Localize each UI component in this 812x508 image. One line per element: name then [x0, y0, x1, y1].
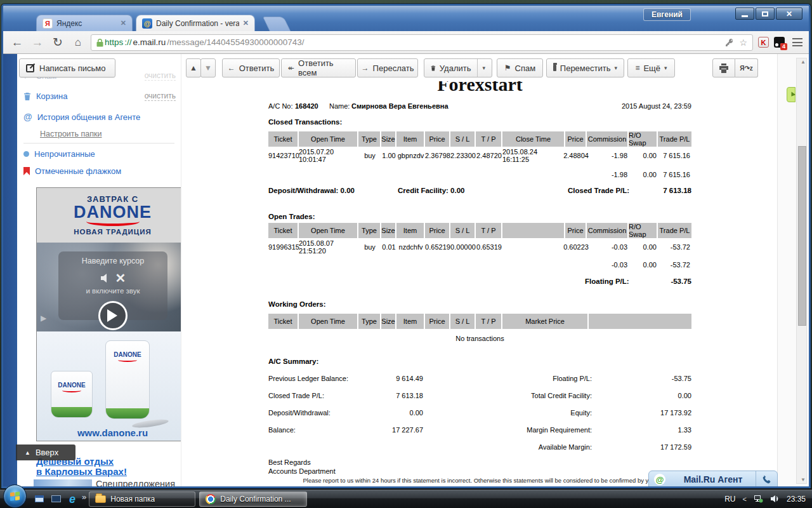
cell: 2.48804 — [565, 150, 587, 161]
delete-dropdown[interactable]: ▾ — [477, 59, 485, 77]
scroll-up-icon[interactable]: ▲ — [801, 59, 806, 65]
bookmark-star-icon[interactable]: ☆ — [739, 37, 747, 48]
deposit-line: Deposit/Withdrawal: 0.00 — [268, 187, 355, 194]
maximize-button[interactable] — [756, 8, 775, 20]
reply-button[interactable]: ←Ответить — [222, 58, 280, 77]
close-icon: ✕ — [786, 10, 792, 18]
folder-label: Корзина — [36, 91, 68, 101]
mailru-agent-widget[interactable]: @ Mail.Ru Агент — [648, 471, 778, 486]
floating-pl-label: Floating P/L: — [585, 277, 629, 285]
cell: gbpnzdv — [396, 150, 425, 161]
close-button[interactable]: ✕ — [776, 8, 802, 20]
ad-url[interactable]: www.danone.ru — [37, 427, 188, 438]
move-button[interactable]: Переместить ▾ — [546, 58, 624, 77]
column-header: Trade P/L — [658, 131, 691, 147]
address-bar[interactable]: https://e.mail.ru/message/14404554930000… — [91, 34, 753, 51]
network-tray-icon[interactable] — [754, 495, 763, 503]
column-header: S / L — [450, 314, 476, 329]
agent-side-tab[interactable] — [787, 87, 796, 102]
start-button[interactable] — [3, 485, 27, 508]
cell: 0.00 — [629, 150, 658, 161]
cup-arc — [62, 389, 81, 392]
scroll-to-top-button[interactable]: ▲ Вверх — [16, 444, 75, 460]
clear-trash-link[interactable]: очистить — [145, 91, 176, 101]
minimize-button[interactable] — [735, 8, 754, 20]
clock[interactable]: 23:35 — [787, 495, 806, 504]
forward-button-mail[interactable]: →Переслать — [357, 58, 418, 77]
kaspersky-extension-icon[interactable]: K — [758, 37, 769, 48]
printer-icon — [719, 64, 729, 73]
window-controls: ✕ — [735, 8, 802, 20]
cell: 0.60223 — [565, 241, 587, 253]
column-header: Commission — [587, 223, 629, 238]
more-button[interactable]: ≡ Ещё ▾ — [627, 58, 675, 77]
caret-down-icon: ▾ — [482, 65, 485, 71]
language-indicator[interactable]: RU — [724, 495, 735, 504]
extension-icon[interactable]: 4 — [774, 37, 785, 48]
tab-daily-confirmation[interactable]: @ Daily Confirmation - veras ✕ — [136, 15, 255, 31]
quicklaunch-show-desktop[interactable] — [32, 492, 46, 506]
cell: 2.48720 — [476, 150, 502, 161]
key-icon[interactable] — [725, 38, 734, 47]
print-button[interactable] — [712, 58, 735, 77]
cell: 2.23300 — [450, 150, 476, 161]
clear-spam-link[interactable]: очистить — [145, 71, 176, 81]
translate-button[interactable]: Я↷z — [735, 58, 758, 77]
mini-play-icon[interactable]: ▶ — [41, 314, 46, 323]
reply-all-button[interactable]: ↞Ответить всем — [281, 58, 356, 77]
button-label: Удалить — [440, 64, 471, 73]
home-button[interactable]: ⌂ — [70, 37, 86, 48]
sidebar-item-agent-history[interactable]: @ История общения в Агенте — [23, 112, 176, 122]
agent-call-button[interactable] — [756, 471, 777, 486]
column-header: Price — [565, 131, 587, 147]
column-header: Type — [358, 131, 381, 147]
forward-button[interactable]: → — [30, 36, 45, 48]
column-header: T / P — [476, 314, 502, 329]
chrome-menu-icon[interactable] — [792, 38, 802, 46]
quicklaunch-overflow[interactable]: » — [82, 492, 86, 502]
column-header: Open Time — [299, 223, 358, 238]
tab-close-icon[interactable]: ✕ — [121, 19, 126, 27]
ad-products: DANONE DANONE www.danone.ru — [37, 331, 188, 441]
next-message-button[interactable]: ▼ — [200, 58, 216, 77]
column-header: Price — [565, 223, 587, 238]
cell: nzdchfv — [396, 241, 425, 253]
sidebar-item-unread[interactable]: Непрочитанные — [23, 149, 176, 159]
setup-folders-link[interactable]: Настроить папки — [23, 130, 176, 138]
muted-speaker: ✕ — [58, 271, 167, 286]
tab-close-icon[interactable]: ✕ — [243, 19, 249, 27]
tray-expand-icon[interactable]: < — [743, 495, 747, 503]
danone-ad-banner[interactable]: ЗАВТРАК С DANONE НОВАЯ ТРАДИЦИЯ Наведите… — [36, 187, 189, 441]
taskbar-window-chrome[interactable]: Daily Confirmation ... — [199, 491, 307, 507]
tab-yandex[interactable]: Я Яндекс ✕ — [36, 15, 133, 31]
summary-label-left: Previous Ledger Balance: — [268, 375, 348, 382]
scroll-down-icon[interactable]: ▼ — [801, 477, 806, 483]
spam-button[interactable]: ⚑Спам — [497, 58, 543, 77]
new-tab-button[interactable] — [262, 17, 291, 31]
browser-window: Я Яндекс ✕ @ Daily Confirmation - veras … — [1, 4, 811, 488]
sidebar-item-trash[interactable]: Корзина очистить — [23, 91, 176, 101]
promo-thumbnail[interactable] — [34, 479, 92, 486]
quicklaunch-display[interactable] — [49, 492, 63, 506]
prev-message-button[interactable]: ▲ — [186, 58, 201, 77]
play-button[interactable] — [98, 301, 128, 330]
taskbar-window-folder[interactable]: Новая папка — [89, 491, 195, 507]
sidebar-item-flagged[interactable]: Отмеченные флажком — [23, 166, 176, 176]
reload-button[interactable]: ↻ — [50, 36, 65, 48]
mute-x-icon: ✕ — [115, 271, 126, 286]
column-header: Size — [381, 223, 396, 238]
folder-icon — [95, 495, 106, 503]
scrollbar-thumb[interactable] — [798, 146, 806, 326]
back-button[interactable]: ← — [10, 36, 25, 48]
compose-button[interactable]: Написать письмо — [19, 58, 115, 77]
delete-button[interactable]: Удалить ▾ — [424, 58, 492, 77]
closed-transactions-label: Closed Transactions: — [268, 118, 342, 126]
column-header: Market Price — [502, 314, 589, 329]
ad-video[interactable]: Наведите курсор ✕ и включите звук ▶ — [37, 243, 188, 331]
cell: 0.01 — [381, 241, 396, 253]
windows-user-badge[interactable]: Евгений — [643, 8, 691, 21]
volume-tray-icon[interactable] — [770, 495, 780, 503]
quicklaunch-ie[interactable]: e — [65, 492, 79, 506]
closed-table-header: Ticket Open Time Type Size Item Price S … — [268, 131, 691, 147]
arrow-up-icon: ▲ — [190, 64, 197, 72]
